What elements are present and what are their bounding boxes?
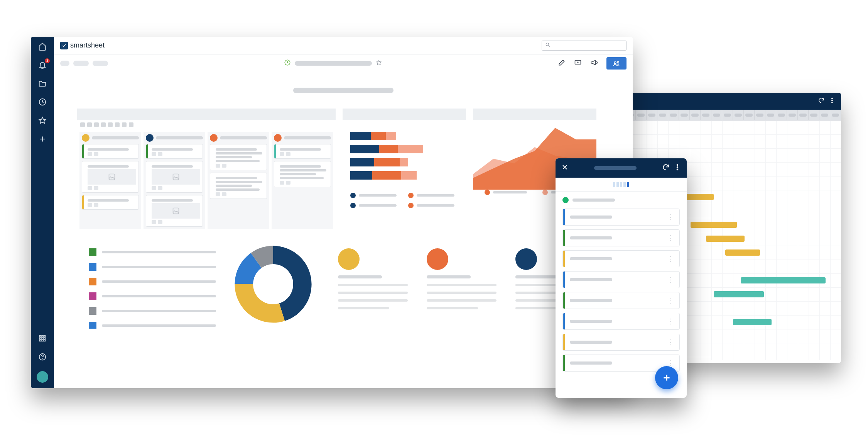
dashboard-title: [77, 88, 610, 93]
breadcrumb[interactable]: [60, 61, 69, 66]
kanban-widget[interactable]: [77, 109, 336, 231]
user-avatar[interactable]: [37, 371, 48, 383]
svg-rect-20: [109, 174, 115, 180]
list-item[interactable]: ⋮: [562, 292, 680, 309]
kanban-card[interactable]: [274, 144, 331, 159]
svg-point-18: [614, 61, 616, 63]
search-input[interactable]: [542, 41, 627, 51]
kanban-card[interactable]: [146, 161, 203, 193]
help-icon[interactable]: [38, 353, 47, 361]
svg-point-19: [617, 61, 619, 63]
mobile-tabs[interactable]: [556, 178, 687, 192]
list-item[interactable]: [89, 278, 216, 285]
avatar: [82, 134, 90, 142]
apps-grid-icon[interactable]: [38, 334, 47, 343]
list-item[interactable]: [89, 292, 216, 300]
megaphone-icon[interactable]: [590, 59, 598, 68]
svg-rect-21: [173, 174, 179, 180]
close-icon[interactable]: [561, 163, 569, 173]
svg-point-14: [42, 358, 42, 359]
plus-icon[interactable]: [38, 135, 47, 143]
gantt-bar[interactable]: [691, 222, 737, 228]
main-column: smartsheet: [54, 37, 633, 388]
mobile-panel: ⋮⋮⋮⋮⋮⋮⋮⋮: [556, 158, 687, 398]
list-item[interactable]: ⋮: [562, 229, 680, 246]
avatar: [515, 248, 537, 270]
gantt-bar[interactable]: [714, 291, 764, 297]
gantt-titlebar: [625, 93, 841, 110]
dashboard-window: 3 smartsheet: [31, 37, 633, 388]
kanban-column[interactable]: [208, 132, 269, 229]
sheet-title[interactable]: [295, 61, 372, 66]
kanban-column[interactable]: [144, 132, 205, 229]
kanban-card[interactable]: [82, 144, 139, 159]
more-icon[interactable]: ⋮: [667, 296, 674, 305]
more-vertical-icon[interactable]: [674, 163, 681, 173]
list-item[interactable]: ⋮: [562, 209, 680, 226]
list-item[interactable]: ⋮: [562, 271, 680, 288]
gantt-bar[interactable]: [741, 277, 826, 283]
refresh-icon[interactable]: [662, 163, 670, 173]
home-icon[interactable]: [38, 42, 47, 51]
kanban-card[interactable]: [210, 173, 267, 199]
bell-icon[interactable]: 3: [38, 61, 47, 69]
toolbar: [54, 54, 633, 72]
bar-chart-widget[interactable]: [343, 109, 466, 231]
more-icon[interactable]: ⋮: [667, 317, 674, 326]
refresh-icon[interactable]: [818, 97, 825, 105]
status-clock-icon: [284, 59, 291, 68]
present-icon[interactable]: [574, 59, 582, 68]
list-item[interactable]: ⋮: [562, 334, 680, 351]
brand[interactable]: smartsheet: [60, 41, 105, 49]
svg-rect-22: [173, 208, 179, 214]
more-vertical-icon[interactable]: [829, 97, 836, 105]
folder-icon[interactable]: [38, 79, 47, 88]
kanban-card[interactable]: [210, 144, 267, 170]
gantt-bar[interactable]: [725, 249, 760, 256]
more-icon[interactable]: ⋮: [667, 275, 674, 284]
avatar: [210, 134, 218, 142]
more-icon[interactable]: ⋮: [667, 213, 674, 221]
kanban-card[interactable]: [82, 161, 139, 193]
edit-pencil-icon[interactable]: [558, 59, 566, 68]
avatar: [427, 248, 448, 270]
svg-rect-11: [42, 340, 43, 341]
breadcrumb[interactable]: [73, 61, 89, 66]
breadcrumb[interactable]: [93, 61, 108, 66]
list-item[interactable]: ⋮: [562, 250, 680, 267]
kanban-card[interactable]: [146, 195, 203, 227]
people-widget[interactable]: [330, 240, 589, 329]
mobile-title: [594, 166, 637, 170]
fab-add-button[interactable]: [655, 366, 678, 389]
kanban-column[interactable]: [79, 132, 141, 229]
svg-point-26: [244, 255, 302, 314]
kanban-card[interactable]: [82, 195, 139, 210]
more-icon[interactable]: ⋮: [667, 255, 674, 263]
svg-rect-12: [44, 340, 46, 341]
kanban-card[interactable]: [146, 144, 203, 159]
more-icon[interactable]: ⋮: [667, 338, 674, 346]
mobile-titlebar: [556, 158, 687, 178]
list-item[interactable]: [89, 307, 216, 315]
gantt-bar[interactable]: [733, 319, 772, 325]
list-item[interactable]: [89, 263, 216, 271]
svg-rect-10: [40, 340, 41, 341]
gantt-bar[interactable]: [706, 236, 745, 242]
donut-chart-widget[interactable]: [223, 240, 323, 329]
legend-list-widget[interactable]: [77, 240, 216, 329]
share-button[interactable]: [606, 57, 627, 70]
star-icon[interactable]: [38, 116, 47, 125]
clock-icon[interactable]: [38, 98, 47, 106]
favorite-star-icon[interactable]: [376, 59, 382, 67]
kanban-column[interactable]: [272, 132, 333, 229]
person-card[interactable]: [427, 248, 500, 329]
list-item[interactable]: [89, 248, 216, 256]
topbar: smartsheet: [54, 37, 633, 54]
more-icon[interactable]: ⋮: [667, 234, 674, 242]
list-item[interactable]: ⋮: [562, 313, 680, 330]
person-card[interactable]: [338, 248, 411, 329]
svg-point-28: [677, 167, 678, 168]
gantt-header-row: [625, 110, 841, 120]
list-item[interactable]: [89, 322, 216, 329]
kanban-card[interactable]: [274, 161, 331, 187]
